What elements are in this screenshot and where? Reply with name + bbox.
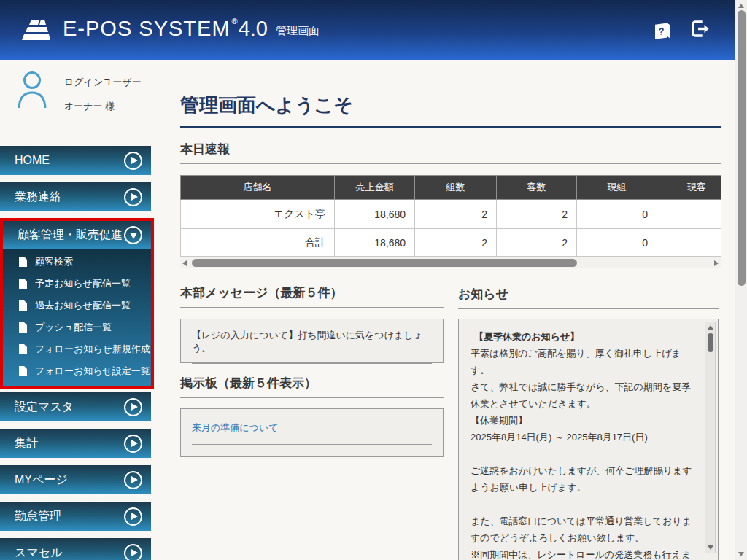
notice-line: また、電話窓口については平常通り営業しておりますのでどうぞよろしくお願い致します…: [471, 513, 694, 546]
page-title: 管理画面へようこそ: [180, 93, 721, 128]
notice-line: 2025年8月14日(月) ～ 2025年8月17日(日): [471, 429, 694, 446]
notice-line: 【休業期間】: [471, 412, 694, 429]
submenu-item-label: 予定お知らせ配信一覧: [35, 277, 131, 290]
chevron-right-circle-icon: [124, 188, 142, 206]
notice-box: 【夏季休業のお知らせ】 平素は格別のご高配を賜り、厚く御礼申し上げます。 さて、…: [458, 319, 719, 560]
groups-cell: 2: [415, 200, 497, 229]
total-customers-cell: 2: [497, 229, 577, 257]
login-user-label: ログインユーザー: [64, 76, 142, 89]
col-sales-amount: 売上金額: [335, 176, 415, 200]
hq-message-box: 【レジの入力について】打ち間違いに気をつけましょう。: [180, 319, 444, 363]
submenu-item-label: 顧客検索: [35, 255, 73, 268]
admin-dashboard-screen: E-POS SYSTEM ® 4.0 管理画面 ?: [0, 0, 747, 560]
scroll-down-arrow-icon[interactable]: [738, 552, 744, 556]
chevron-down-circle-icon: [124, 226, 142, 244]
submenu-item-customer-search[interactable]: 顧客検索: [3, 251, 151, 273]
table-row: エクスト亭 18,680 2 2 0: [181, 200, 721, 229]
submenu-item-push-list[interactable]: プッシュ配信一覧: [3, 316, 151, 338]
sidebar-item-label: 集計: [15, 436, 38, 451]
notice-title: 【夏季休業のお知らせ】: [471, 328, 694, 345]
total-sales-cell: 18,680: [335, 229, 415, 257]
flash-report-heading: 本日速報: [180, 141, 721, 164]
total-groups-cell: 2: [415, 229, 497, 257]
flash-report-table: 店舗名 売上金額 組数 客数 現組 現客 エクスト亭 18,680 2 2 0 …: [180, 175, 721, 257]
notice-line: さて、弊社では誠に勝手ながら、下記の期間を夏季休業とさせていただきます。: [471, 378, 694, 412]
notice-line: ご迷惑をおかけいたしますが、何卒ご理解賜りますようお願い申し上げます。: [471, 462, 694, 496]
notice-line: 平素は格別のご高配を賜り、厚く御礼申し上げます。: [471, 345, 694, 378]
sidebar-item-customer-management[interactable]: 顧客管理・販売促進: [3, 221, 151, 249]
table-horizontal-scrollbar[interactable]: [180, 257, 721, 268]
hq-message-item: 【レジの入力について】打ち間違いに気をつけましょう。: [192, 329, 432, 364]
current-groups-cell: 0: [577, 200, 657, 229]
submenu-item-follow-notice-settings[interactable]: フォローお知らせ設定一覧: [3, 360, 151, 382]
col-groups: 組数: [415, 176, 497, 200]
sidebar-item-home[interactable]: HOME: [0, 146, 151, 175]
flash-report-table-container: 店舗名 売上金額 組数 客数 現組 現客 エクスト亭 18,680 2 2 0 …: [180, 175, 721, 257]
sidebar-item-label: 設定マスタ: [15, 400, 74, 415]
user-avatar-icon: [16, 70, 48, 114]
table-header-row: 店舗名 売上金額 組数 客数 現組 現客: [181, 176, 721, 200]
sidebar-item-label: スマセル: [15, 545, 63, 560]
page-scroll-thumb[interactable]: [738, 10, 746, 286]
sidebar-item-label: 勤怠管理: [15, 509, 61, 524]
login-user-name: オーナー 様: [64, 100, 142, 113]
document-icon: [19, 300, 27, 311]
submenu-item-label: フォローお知らせ設定一覧: [35, 365, 150, 378]
sidebar-item-attendance[interactable]: 勤怠管理: [0, 502, 151, 531]
scroll-up-arrow-icon[interactable]: [738, 4, 744, 8]
col-current-customers: 現客: [657, 176, 721, 200]
horizontal-scroll-thumb[interactable]: [192, 259, 577, 267]
document-icon: [19, 344, 27, 354]
chevron-right-circle-icon: [124, 508, 142, 526]
notice-line: ※同期間中は、レシートロールの発送業務も行えませんので、: [471, 546, 694, 560]
submenu-item-scheduled-notices[interactable]: 予定お知らせ配信一覧: [3, 273, 151, 295]
submenu-item-label: 過去お知らせ配信一覧: [35, 299, 131, 312]
submenu-item-past-notices[interactable]: 過去お知らせ配信一覧: [3, 295, 151, 316]
scroll-left-arrow-icon[interactable]: [182, 260, 187, 266]
sidebar-item-label: HOME: [15, 154, 50, 167]
hq-message-heading: 本部メッセージ（最新５件）: [180, 284, 444, 308]
scroll-up-arrow-icon[interactable]: [708, 325, 713, 330]
notice-line: [471, 496, 694, 513]
document-icon: [19, 257, 27, 267]
chevron-right-circle-icon: [124, 398, 142, 416]
col-customers: 客数: [497, 176, 577, 200]
table-total-row: 合計 18,680 2 2 0: [181, 229, 721, 257]
submenu-item-label: フォローお知らせ新規作成: [35, 343, 150, 356]
bulletin-board-box: 来月の準備について: [180, 408, 444, 457]
total-current-customers-cell: [657, 229, 721, 257]
sidebar-item-label: 業務連絡: [15, 190, 61, 205]
notice-line: [471, 446, 694, 462]
chevron-right-circle-icon: [124, 544, 142, 560]
total-label-cell: 合計: [181, 229, 335, 257]
customers-cell: 2: [497, 200, 577, 229]
notice-content: 【夏季休業のお知らせ】 平素は格別のご高配を賜り、厚く御礼申し上げます。 さて、…: [471, 328, 694, 560]
col-current-groups: 現組: [577, 176, 657, 200]
submenu-item-follow-notice-create[interactable]: フォローお知らせ新規作成: [3, 338, 151, 360]
page-vertical-scrollbar[interactable]: [735, 0, 747, 560]
chevron-right-circle-icon: [124, 471, 142, 489]
sidebar-item-gyomu-renraku[interactable]: 業務連絡: [0, 182, 151, 211]
main-content: 管理画面へようこそ 本日速報 店舗名 売上金額 組数 客数 現組 現客 エクスト…: [180, 0, 721, 560]
bulletin-board-link[interactable]: 来月の準備について: [192, 421, 432, 445]
notice-scroll-thumb[interactable]: [708, 333, 713, 352]
chevron-right-circle-icon: [124, 152, 142, 170]
document-icon: [19, 366, 27, 376]
sidebar-item-aggregation[interactable]: 集計: [0, 429, 151, 458]
sidebar-item-my-page[interactable]: MYページ: [0, 465, 151, 494]
sidebar-item-label: 顧客管理・販売促進: [18, 228, 123, 243]
notice-heading: お知らせ: [458, 286, 719, 309]
sidebar-item-settings-master[interactable]: 設定マスタ: [0, 392, 151, 421]
sidebar-item-smacell[interactable]: スマセル: [0, 538, 151, 560]
bulletin-board-heading: 掲示板（最新５件表示）: [180, 375, 444, 398]
notice-vertical-scrollbar[interactable]: [705, 322, 716, 553]
customer-management-submenu: 顧客検索 予定お知らせ配信一覧 過去お知らせ配信一覧 プッシュ配信一覧 フォロー…: [3, 249, 151, 386]
total-current-groups-cell: 0: [577, 229, 657, 257]
submenu-item-label: プッシュ配信一覧: [35, 321, 112, 334]
chevron-right-circle-icon: [124, 435, 142, 453]
store-name-cell: エクスト亭: [181, 200, 335, 229]
sales-amount-cell: 18,680: [335, 200, 415, 229]
scroll-right-arrow-icon[interactable]: [714, 260, 719, 266]
current-customers-cell: [657, 200, 721, 229]
scroll-down-arrow-icon[interactable]: [708, 545, 713, 550]
